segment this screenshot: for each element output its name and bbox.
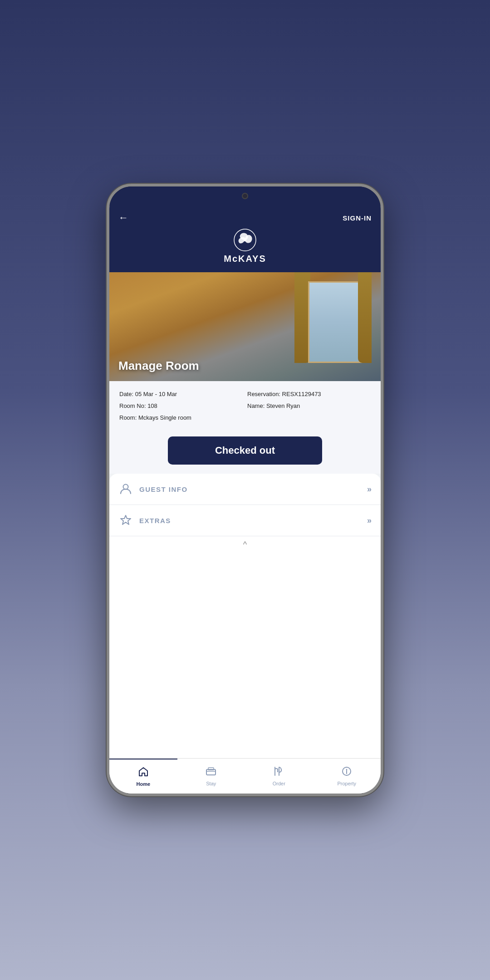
camera-dot [242,193,248,199]
room-no-detail: Room No: 108 [119,401,243,411]
checkout-button-wrapper: Checked out [109,432,381,474]
app-header: ← SIGN-IN McKAYS [109,206,381,272]
collapse-chevron-icon: ^ [243,540,247,549]
phone-top-bar [109,186,381,206]
nav-property-label: Property [337,781,356,786]
nav-item-order[interactable]: Order [245,759,313,794]
room-name-detail: Room: Mckays Single room [119,413,371,423]
sign-in-button[interactable]: SIGN-IN [343,214,372,222]
nav-item-home[interactable]: Home [109,759,177,794]
guest-info-arrow: » [367,485,372,494]
content-area: GUEST INFO » EXTRAS » ^ [109,474,381,758]
extras-menu-item[interactable]: EXTRAS » [109,505,381,536]
stay-icon [206,766,216,779]
extras-label: EXTRAS [139,517,367,524]
collapse-handle[interactable]: ^ [109,536,381,553]
details-card: Date: 05 Mar - 10 Mar Reservation: RESX1… [109,381,381,432]
logo-text: McKAYS [224,254,266,264]
nav-stay-label: Stay [206,781,216,786]
guest-info-label: GUEST INFO [139,485,367,493]
home-icon [138,766,149,780]
guest-name-detail: Name: Steven Ryan [247,401,371,411]
nav-order-label: Order [273,781,285,786]
order-icon [274,766,284,779]
property-icon [341,766,352,779]
svg-rect-4 [206,769,216,775]
reservation-detail: Reservation: RESX1129473 [247,389,371,399]
svg-marker-3 [121,515,131,524]
phone-frame: ← SIGN-IN McKAYS [107,184,383,796]
room-curtain-right [358,272,372,363]
checked-out-button[interactable]: Checked out [168,436,322,465]
date-detail: Date: 05 Mar - 10 Mar [119,389,243,399]
svg-rect-5 [208,768,214,770]
back-button[interactable]: ← [118,212,128,224]
manage-room-title: Manage Room [118,359,199,373]
nav-item-property[interactable]: Property [313,759,381,794]
header-top-row: ← SIGN-IN [118,212,372,224]
person-icon [118,482,133,496]
nav-item-stay[interactable]: Stay [177,759,245,794]
details-grid: Date: 05 Mar - 10 Mar Reservation: RESX1… [119,389,371,423]
extras-arrow: » [367,516,372,525]
bottom-nav: Home Stay [109,758,381,794]
svg-point-2 [123,485,128,490]
hero-image: Manage Room [109,272,381,381]
logo-area: McKAYS [224,228,266,264]
svg-point-1 [244,239,246,241]
app-screen: ← SIGN-IN McKAYS [109,206,381,794]
guest-info-menu-item[interactable]: GUEST INFO » [109,474,381,505]
star-icon [118,513,133,528]
nav-home-label: Home [136,781,150,787]
logo-icon [233,228,257,252]
